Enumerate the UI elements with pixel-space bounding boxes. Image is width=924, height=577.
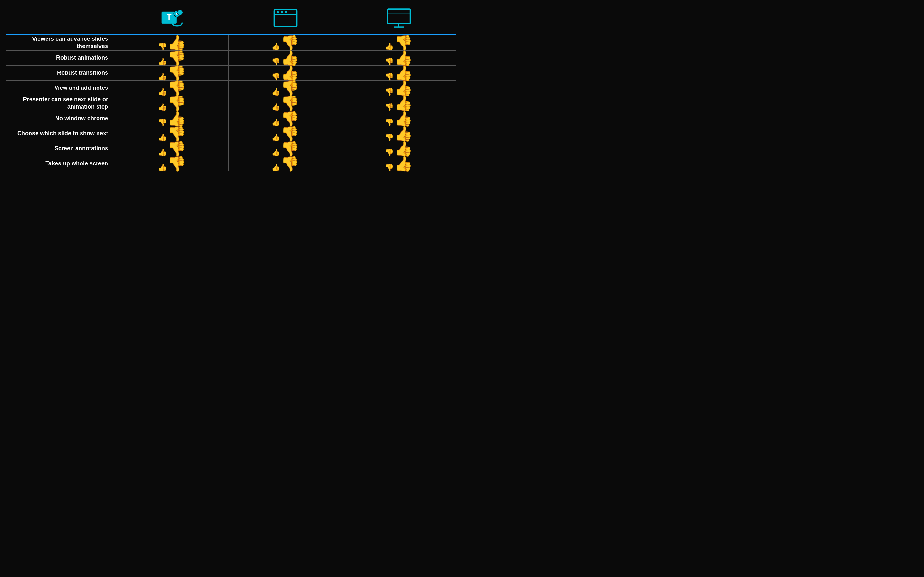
- thumb-combo-up: 👎 👍: [271, 51, 299, 65]
- thumb-combo-down: 👍 👎: [158, 66, 186, 81]
- comparison-table: T ●: [0, 0, 462, 288]
- row-cell-1: 👎 👍: [115, 35, 229, 50]
- row-cell-2: 👍 👎: [229, 126, 342, 141]
- table-row: Robust animations 👍 👎 👎 👍 👎 👍: [6, 51, 456, 66]
- row-cell-3: 👎 👍: [342, 81, 456, 95]
- row-cell-2: 👍 👎: [229, 96, 342, 111]
- row-label: Choose which slide to show next: [6, 126, 115, 141]
- svg-point-8: [281, 11, 283, 13]
- thumb-combo-down: 👍 👎: [271, 141, 299, 156]
- thumb-combo-down: 👍 👎: [158, 51, 186, 65]
- thumb-combo-down: 👍 👎: [158, 126, 186, 141]
- row-cell-2: 👍 👎: [229, 81, 342, 95]
- header-row: T ●: [6, 3, 456, 35]
- row-cell-3: 👎 👍: [342, 66, 456, 81]
- thumb-combo-up: 👎 👍: [385, 156, 413, 171]
- row-cell-1: 👍 👎: [115, 141, 229, 156]
- thumb-combo-down: 👍 👎: [158, 81, 186, 95]
- row-cell-2: 👍 👎: [229, 35, 342, 50]
- rows-container: Viewers can advance slides themselves 👎 …: [6, 35, 456, 171]
- thumb-combo-down: 👍 👎: [271, 96, 299, 111]
- browser-icon: [273, 8, 298, 30]
- table-row: Viewers can advance slides themselves 👎 …: [6, 35, 456, 51]
- row-label: Viewers can advance slides themselves: [6, 35, 115, 50]
- row-cell-1: 👎 👍: [115, 111, 229, 126]
- svg-point-9: [284, 11, 287, 13]
- thumb-combo-up: 👎 👍: [271, 66, 299, 81]
- row-cell-1: 👍 👎: [115, 51, 229, 65]
- row-cell-2: 👎 👍: [229, 51, 342, 65]
- row-cell-1: 👍 👎: [115, 126, 229, 141]
- thumb-combo-down: 👍 👎: [158, 156, 186, 171]
- row-label: Robust transitions: [6, 66, 115, 81]
- teams-icon: T ●: [160, 7, 185, 31]
- row-cell-3: 👎 👍: [342, 156, 456, 171]
- table-row: Screen annotations 👍 👎 👍 👎 👎 👍: [6, 141, 456, 156]
- row-label: Presenter can see next slide or animatio…: [6, 96, 115, 111]
- thumb-combo-up: 👎 👍: [385, 126, 413, 141]
- thumb-combo-down: 👍 👎: [271, 156, 299, 171]
- thumb-combo-up: 👎 👍: [158, 111, 186, 126]
- header-col2: [229, 3, 342, 34]
- thumb-combo-down: 👍 👎: [385, 35, 413, 50]
- svg-point-7: [276, 11, 279, 13]
- row-cell-3: 👎 👍: [342, 96, 456, 111]
- thumb-combo-up: 👎 👍: [385, 96, 413, 111]
- table-row: Presenter can see next slide or animatio…: [6, 96, 456, 111]
- header-label-col: [6, 3, 115, 34]
- table-row: Choose which slide to show next 👍 👎 👍 👎 …: [6, 126, 456, 141]
- thumb-combo-up: 👎 👍: [385, 51, 413, 65]
- row-cell-2: 👍 👎: [229, 156, 342, 171]
- row-label: Takes up whole screen: [6, 156, 115, 171]
- row-cell-3: 👎 👍: [342, 51, 456, 65]
- thumb-combo-up: 👎 👍: [385, 66, 413, 81]
- row-label: No window chrome: [6, 111, 115, 126]
- thumb-combo-up: 👎 👍: [385, 81, 413, 95]
- row-cell-2: 👍 👎: [229, 111, 342, 126]
- monitor-icon: [386, 7, 412, 31]
- row-cell-3: 👎 👍: [342, 111, 456, 126]
- thumb-combo-down: 👍 👎: [271, 111, 299, 126]
- row-cell-2: 👎 👍: [229, 66, 342, 81]
- svg-text:T: T: [166, 13, 171, 22]
- row-cell-1: 👍 👎: [115, 96, 229, 111]
- thumb-combo-down: 👍 👎: [158, 141, 186, 156]
- row-cell-3: 👎 👍: [342, 126, 456, 141]
- table-row: Takes up whole screen 👍 👎 👍 👎 👎 👍: [6, 156, 456, 171]
- row-cell-3: 👍 👎: [342, 35, 456, 50]
- row-label: View and add notes: [6, 81, 115, 95]
- thumb-combo-up: 👎 👍: [385, 111, 413, 126]
- row-label: Screen annotations: [6, 141, 115, 156]
- thumb-combo-up: 👎 👍: [385, 141, 413, 156]
- thumb-combo-up: 👎 👍: [158, 35, 186, 50]
- row-cell-1: 👍 👎: [115, 156, 229, 171]
- svg-rect-10: [388, 9, 410, 24]
- table-row: View and add notes 👍 👎 👍 👎 👎 👍: [6, 81, 456, 96]
- header-col1: T ●: [115, 3, 229, 34]
- thumb-combo-down: 👍 👎: [271, 35, 299, 50]
- svg-point-4: [177, 10, 183, 15]
- thumb-combo-down: 👍 👎: [158, 96, 186, 111]
- row-cell-3: 👎 👍: [342, 141, 456, 156]
- header-col3: [342, 3, 456, 34]
- table-row: Robust transitions 👍 👎 👎 👍 👎 👍: [6, 66, 456, 81]
- thumb-combo-down: 👍 👎: [271, 126, 299, 141]
- table-row: No window chrome 👎 👍 👍 👎 👎 👍: [6, 111, 456, 126]
- row-cell-1: 👍 👎: [115, 66, 229, 81]
- row-cell-1: 👍 👎: [115, 81, 229, 95]
- row-cell-2: 👍 👎: [229, 141, 342, 156]
- row-label: Robust animations: [6, 51, 115, 65]
- thumb-combo-down: 👍 👎: [271, 81, 299, 95]
